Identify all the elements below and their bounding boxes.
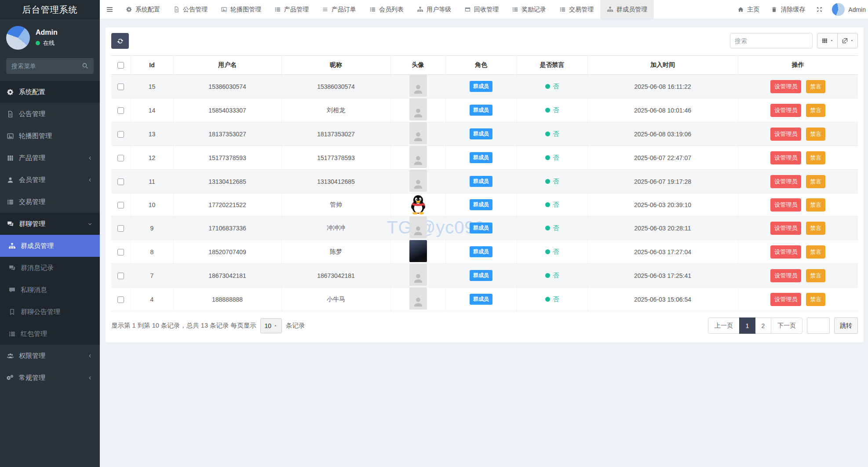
cell-role: 群成员 <box>445 193 517 216</box>
cell-id: 10 <box>131 193 173 216</box>
row-checkbox[interactable] <box>117 296 124 303</box>
set-admin-button[interactable]: 设管理员 <box>770 222 801 235</box>
mute-button[interactable]: 禁言 <box>806 245 825 259</box>
select-all-checkbox[interactable] <box>117 62 124 69</box>
mute-button[interactable]: 禁言 <box>806 269 825 282</box>
sidebar-item-carousel[interactable]: 轮播图管理 <box>0 125 100 147</box>
tab-user-level[interactable]: 用户等级 <box>410 0 458 19</box>
list-icon <box>369 6 376 13</box>
page-jump-button[interactable]: 跳转 <box>834 317 858 334</box>
sidebar-item-group-member[interactable]: 群成员管理 <box>0 235 100 257</box>
clear-cache-link[interactable]: 清除缓存 <box>765 0 811 19</box>
cell-username: 15386030574 <box>173 75 281 99</box>
menu-search-input[interactable] <box>6 58 94 74</box>
chevron-left-icon <box>87 375 93 381</box>
row-checkbox[interactable] <box>117 131 124 138</box>
table-header-row: Id用户名昵称头像角色是否禁言加入时间操作 <box>111 56 858 75</box>
row-checkbox[interactable] <box>117 225 124 232</box>
cell-role: 群成员 <box>445 264 517 288</box>
online-dot-icon <box>36 41 40 45</box>
sidebar-item-group-announcement[interactable]: 群聊公告管理 <box>0 301 100 323</box>
set-admin-button[interactable]: 设管理员 <box>770 245 801 259</box>
table-row: 7 18673042181 18673042181 群成员 否 2025-06-… <box>111 264 858 288</box>
set-admin-button[interactable]: 设管理员 <box>770 175 801 188</box>
sidebar-item-member[interactable]: 会员管理 <box>0 169 100 191</box>
row-checkbox[interactable] <box>117 273 124 279</box>
tab-carousel[interactable]: 轮播图管理 <box>214 0 268 19</box>
placeholder-avatar <box>409 170 427 192</box>
tab-product-order[interactable]: 产品订单 <box>315 0 363 19</box>
row-checkbox[interactable] <box>117 179 124 185</box>
mute-button[interactable]: 禁言 <box>806 198 825 212</box>
top-navbar: 系统配置 公告管理 轮播图管理 产品管理 产品订单 会员列表 用户等级 回收管理… <box>100 0 868 19</box>
gear-icon <box>126 6 132 13</box>
mute-button[interactable]: 禁言 <box>806 293 825 306</box>
page-button-2[interactable]: 2 <box>755 317 771 334</box>
cell-actions: 设管理员 禁言 <box>738 122 858 146</box>
sidebar-item-private-message[interactable]: 私聊消息 <box>0 279 100 301</box>
set-admin-button[interactable]: 设管理员 <box>770 128 801 141</box>
role-badge: 群成员 <box>470 294 492 305</box>
sidebar-item-system-config[interactable]: 系统配置 <box>0 81 100 103</box>
table-search-input[interactable] <box>730 33 813 48</box>
page-button-1[interactable]: 1 <box>739 317 755 334</box>
tab-announcement[interactable]: 公告管理 <box>167 0 214 19</box>
sidebar-item-red-packet[interactable]: 红包管理 <box>0 323 100 345</box>
role-badge: 群成员 <box>470 270 492 281</box>
row-checkbox[interactable] <box>117 84 124 90</box>
row-checkbox[interactable] <box>117 249 124 255</box>
set-admin-button[interactable]: 设管理员 <box>770 293 801 306</box>
sidebar-item-group-chat[interactable]: 群聊管理 <box>0 213 100 235</box>
next-page-button[interactable]: 下一页 <box>771 317 802 334</box>
mute-button[interactable]: 禁言 <box>806 222 825 235</box>
mute-button[interactable]: 禁言 <box>806 175 825 188</box>
cell-username: 13130412685 <box>173 170 281 193</box>
tab-system-config[interactable]: 系统配置 <box>119 0 167 19</box>
home-link[interactable]: 主页 <box>732 0 765 19</box>
tab-product[interactable]: 产品管理 <box>268 0 315 19</box>
set-admin-button[interactable]: 设管理员 <box>770 269 801 282</box>
content-area: Id用户名昵称头像角色是否禁言加入时间操作 15 15386030574 153… <box>100 19 868 467</box>
role-badge: 群成员 <box>470 246 492 257</box>
page-jump-input[interactable] <box>807 317 830 334</box>
row-checkbox[interactable] <box>117 107 124 114</box>
menu-toggle-button[interactable] <box>100 0 119 19</box>
user-name: Admin <box>36 29 58 36</box>
columns-dropdown-button[interactable] <box>817 33 838 48</box>
tab-group-member[interactable]: 群成员管理 <box>600 0 654 19</box>
mute-button[interactable]: 禁言 <box>806 80 825 93</box>
set-admin-button[interactable]: 设管理员 <box>770 198 801 212</box>
prev-page-button[interactable]: 上一页 <box>708 317 740 334</box>
cell-avatar <box>390 240 445 264</box>
sidebar-item-product[interactable]: 产品管理 <box>0 147 100 169</box>
cell-join-time: 2025-06-08 03:19:06 <box>587 122 738 146</box>
set-admin-button[interactable]: 设管理员 <box>770 151 801 164</box>
sidebar-item-announcement[interactable]: 公告管理 <box>0 103 100 125</box>
refresh-button[interactable] <box>111 33 129 49</box>
cell-muted: 否 <box>517 75 587 99</box>
row-checkbox[interactable] <box>117 202 124 208</box>
page-size-dropdown[interactable]: 10 <box>260 318 282 333</box>
set-admin-button[interactable]: 设管理员 <box>770 80 801 93</box>
trash-icon <box>771 6 777 13</box>
tab-member-list[interactable]: 会员列表 <box>363 0 410 19</box>
sidebar-item-permission[interactable]: 权限管理 <box>0 345 100 367</box>
row-checkbox[interactable] <box>117 155 124 161</box>
sidebar-item-general[interactable]: 常规管理 <box>0 367 100 389</box>
mute-button[interactable]: 禁言 <box>806 151 825 164</box>
list2-icon <box>322 6 328 13</box>
fullscreen-button[interactable] <box>811 0 828 19</box>
tab-reward-log[interactable]: 奖励记录 <box>505 0 553 19</box>
sidebar-item-group-message-log[interactable]: 群消息记录 <box>0 257 100 279</box>
cell-join-time: 2025-06-03 20:39:10 <box>587 193 738 216</box>
tab-trade[interactable]: 交易管理 <box>553 0 600 19</box>
set-admin-button[interactable]: 设管理员 <box>770 104 801 117</box>
navbar-avatar[interactable] <box>832 3 845 16</box>
export-dropdown-button[interactable] <box>837 33 858 48</box>
tab-recycle[interactable]: 回收管理 <box>458 0 505 19</box>
file-icon <box>173 6 180 13</box>
sidebar-item-trade[interactable]: 交易管理 <box>0 191 100 213</box>
mute-button[interactable]: 禁言 <box>806 104 825 117</box>
status-dot-icon <box>545 249 550 254</box>
mute-button[interactable]: 禁言 <box>806 128 825 141</box>
